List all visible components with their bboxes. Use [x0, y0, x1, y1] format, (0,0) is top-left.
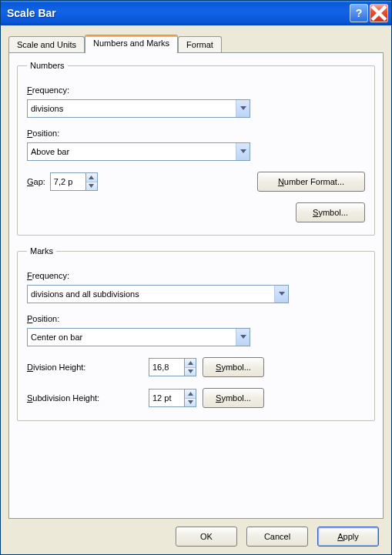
help-button[interactable]: ? [350, 4, 368, 22]
client-area: Scale and Units Numbers and Marks Format… [1, 25, 391, 554]
subdivision-spin-buttons [184, 389, 196, 407]
numbers-group: Numbers Frequency: divisions Position: A… [17, 61, 375, 236]
dialog-window: Scale Bar ? Scale and Units Numbers and … [0, 0, 392, 555]
tab-strip: Scale and Units Numbers and Marks Format [8, 35, 384, 52]
chevron-down-icon [236, 143, 250, 160]
gap-spin-up[interactable] [86, 173, 97, 182]
gap-label: Gap: [27, 177, 45, 186]
titlebar: Scale Bar ? [1, 1, 391, 25]
division-height-spinner[interactable] [149, 358, 196, 376]
gap-spin-buttons [85, 172, 98, 191]
chevron-down-icon [236, 329, 250, 346]
marks-legend: Marks [27, 246, 56, 256]
marks-frequency-label: Frequency: [27, 271, 365, 280]
subdivision-spin-up[interactable] [185, 390, 196, 398]
numbers-frequency-dropdown[interactable]: divisions [27, 99, 250, 118]
close-icon [370, 5, 387, 22]
numbers-position-dropdown[interactable]: Above bar [27, 142, 250, 161]
marks-group: Marks Frequency: divisions and all subdi… [17, 246, 375, 421]
tab-numbers-marks[interactable]: Numbers and Marks [85, 35, 178, 53]
division-spin-down[interactable] [185, 367, 196, 376]
division-spin-up[interactable] [185, 359, 196, 367]
gap-spinner[interactable] [50, 172, 98, 191]
marks-frequency-value: divisions and all subdivisions [28, 289, 274, 299]
numbers-symbol-button[interactable]: Symbol... [296, 202, 365, 222]
marks-position-value: Center on bar [28, 333, 236, 342]
dialog-buttons: OK Cancel Apply [8, 519, 384, 547]
apply-button[interactable]: Apply [317, 527, 379, 547]
marks-position-dropdown[interactable]: Center on bar [27, 328, 250, 346]
tab-page-numbers-marks: Numbers Frequency: divisions Position: A… [8, 52, 384, 519]
subdivision-symbol-button[interactable]: Symbol... [203, 388, 264, 408]
gap-input[interactable] [50, 172, 85, 191]
ok-button[interactable]: OK [176, 527, 237, 547]
subdivision-height-input[interactable] [149, 389, 184, 407]
marks-frequency-dropdown[interactable]: divisions and all subdivisions [27, 285, 289, 303]
tab-scale-units[interactable]: Scale and Units [8, 36, 85, 52]
number-format-button[interactable]: Number Format... [257, 172, 365, 192]
cancel-button[interactable]: Cancel [246, 527, 308, 547]
subdivision-spin-down[interactable] [185, 398, 196, 407]
tab-format[interactable]: Format [178, 36, 222, 52]
subdivision-height-label: Subdivision Height: [27, 393, 142, 403]
numbers-legend: Numbers [27, 61, 68, 70]
numbers-position-value: Above bar [28, 147, 236, 156]
close-button[interactable] [370, 4, 388, 22]
numbers-frequency-value: divisions [28, 104, 236, 113]
marks-position-label: Position: [27, 314, 365, 323]
division-symbol-button[interactable]: Symbol... [203, 357, 264, 377]
window-title: Scale Bar [7, 7, 348, 19]
chevron-down-icon [274, 286, 288, 303]
numbers-frequency-label: Frequency: [27, 85, 365, 95]
division-height-label: Division Height: [27, 363, 142, 372]
numbers-position-label: Position: [27, 129, 365, 138]
division-spin-buttons [184, 358, 196, 376]
subdivision-height-spinner[interactable] [149, 389, 196, 407]
division-height-input[interactable] [149, 358, 184, 376]
gap-spin-down[interactable] [86, 182, 97, 191]
chevron-down-icon [236, 100, 250, 117]
